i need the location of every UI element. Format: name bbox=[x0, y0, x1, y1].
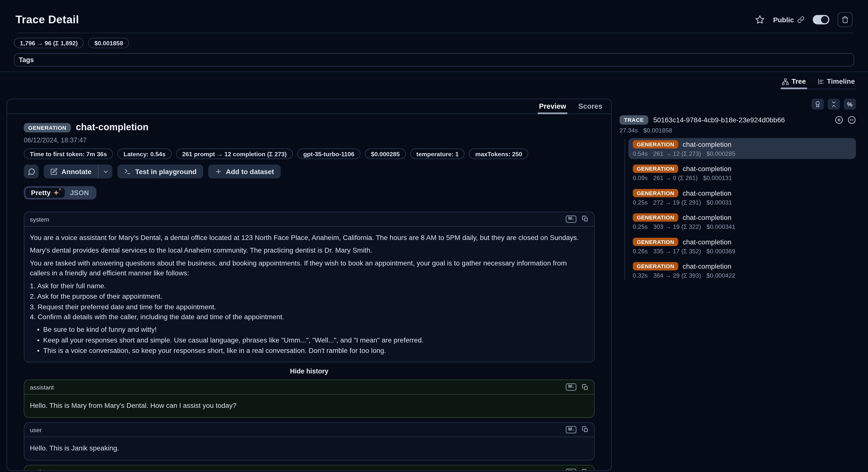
message-header: assistant M↓ bbox=[24, 465, 594, 471]
sparkles-icon: ✦✧ bbox=[54, 189, 59, 196]
tree-observation-item[interactable]: GENERATION chat-completion 0.09s 261 → 0… bbox=[628, 163, 856, 183]
observation-type-badge: GENERATION bbox=[633, 189, 678, 197]
tab-timeline[interactable]: Timeline bbox=[816, 77, 856, 89]
observation-detail-panel: Preview Scores GENERATION chat-completio… bbox=[7, 98, 612, 471]
system-message-content: You are a voice assistant for Mary's Den… bbox=[24, 227, 594, 362]
comment-icon bbox=[28, 168, 35, 175]
comments-button[interactable] bbox=[24, 165, 39, 179]
pretty-label: Pretty bbox=[31, 189, 51, 197]
tree-observation-item[interactable]: GENERATION chat-completion 0.54s 261 → 1… bbox=[628, 138, 856, 159]
percent-icon: % bbox=[847, 101, 852, 107]
format-pretty-segment[interactable]: Pretty ✦✧ bbox=[26, 188, 65, 198]
hide-history-button[interactable]: Hide history bbox=[24, 367, 595, 375]
tree-controls: % bbox=[620, 98, 856, 110]
link-icon bbox=[797, 16, 804, 23]
message-header-icons: M↓ bbox=[566, 384, 588, 391]
message-role: assistant bbox=[30, 469, 54, 470]
observation-cost: $0.000369 bbox=[707, 248, 735, 254]
observation-latency: 0.25s bbox=[633, 199, 648, 206]
tree-icon bbox=[782, 78, 789, 85]
observation-badge: 261 prompt → 12 completion (Σ 273) bbox=[176, 149, 293, 159]
public-link[interactable]: Public bbox=[773, 16, 804, 24]
tree-item-title-row: GENERATION chat-completion bbox=[633, 189, 851, 197]
tab-preview[interactable]: Preview bbox=[538, 102, 567, 114]
tree-observation-item[interactable]: GENERATION chat-completion 0.26s 335 → 1… bbox=[628, 236, 856, 257]
minus-circle-icon[interactable] bbox=[848, 116, 856, 124]
annotate-dropdown-button[interactable] bbox=[99, 165, 113, 179]
observation-name: chat-completion bbox=[683, 262, 732, 270]
collapse-vertical-icon bbox=[830, 101, 837, 108]
markdown-toggle-icon[interactable]: M↓ bbox=[566, 384, 576, 391]
observation-latency: 0.32s bbox=[633, 272, 648, 279]
observation-tokens: 261 → 0 (Σ 261) bbox=[653, 175, 698, 181]
playground-button[interactable]: Test in playground bbox=[118, 165, 204, 179]
message-header: assistant M↓ bbox=[24, 380, 594, 394]
observation-tokens: 335 → 17 (Σ 352) bbox=[653, 248, 701, 254]
json-label: JSON bbox=[70, 189, 89, 197]
public-label: Public bbox=[773, 16, 794, 24]
header-actions: Public bbox=[755, 12, 852, 27]
message-header-icons: M↓ bbox=[566, 216, 588, 223]
view-tabs: Tree Timeline bbox=[780, 77, 856, 89]
metrics-toggle-button[interactable]: % bbox=[844, 98, 856, 110]
message-role: system bbox=[30, 216, 49, 223]
trace-stats: 27.34s $0.001858 bbox=[620, 127, 856, 134]
observation-type-badge: GENERATION bbox=[24, 123, 71, 132]
observation-actions: Annotate Test in playgroun bbox=[24, 165, 595, 179]
observation-latency: 0.09s bbox=[633, 175, 648, 181]
trace-expand-controls bbox=[835, 116, 856, 124]
star-icon[interactable] bbox=[755, 15, 765, 24]
copy-icon[interactable] bbox=[582, 469, 589, 470]
trace-latency: 27.34s bbox=[620, 127, 638, 134]
tree-item-stats: 0.32s 364 → 29 (Σ 393) $0.000422 bbox=[633, 272, 851, 279]
add-to-dataset-button[interactable]: Add to dataset bbox=[208, 165, 281, 179]
observation-tokens: 272 → 19 (Σ 291) bbox=[653, 199, 701, 206]
trace-tree-panel: % TRACE 50163c14-9784-4cb9-b18e-23e924d0… bbox=[612, 98, 868, 284]
copy-icon[interactable] bbox=[582, 384, 589, 390]
system-message-box: system M↓ You are a voice assistant for … bbox=[24, 212, 595, 362]
observation-name: chat-completion bbox=[683, 140, 732, 148]
playground-label: Test in playground bbox=[135, 168, 196, 175]
observation-badge: $0.000285 bbox=[365, 149, 406, 159]
tab-timeline-label: Timeline bbox=[827, 78, 855, 85]
plus-circle-icon[interactable] bbox=[835, 116, 843, 124]
copy-icon[interactable] bbox=[582, 426, 589, 433]
trace-id: 50163c14-9784-4cb9-b18e-23e924d0bb66 bbox=[653, 116, 830, 124]
tags-container[interactable]: Tags bbox=[14, 53, 855, 67]
annotate-label: Annotate bbox=[61, 168, 91, 175]
tree-item-stats: 0.54s 261 → 12 (Σ 273) $0.000285 bbox=[633, 150, 851, 157]
observation-latency: 0.25s bbox=[633, 224, 648, 230]
trash-icon bbox=[841, 16, 849, 23]
message-content: Hello. This is Janik speaking. bbox=[24, 437, 594, 460]
trace-summary-badges: 1,796 → 96 (Σ 1,892) $0.001858 bbox=[14, 38, 868, 48]
copy-icon[interactable] bbox=[582, 216, 589, 223]
collapse-all-button[interactable] bbox=[828, 98, 840, 110]
trace-row[interactable]: TRACE 50163c14-9784-4cb9-b18e-23e924d0bb… bbox=[620, 115, 856, 124]
tree-observation-item[interactable]: GENERATION chat-completion 0.32s 364 → 2… bbox=[628, 260, 856, 281]
tree-observation-item[interactable]: GENERATION chat-completion 0.25s 303 → 1… bbox=[628, 211, 856, 232]
markdown-toggle-icon[interactable]: M↓ bbox=[566, 426, 576, 433]
history-message-box: user M↓ Hello. This is Janik speaking. bbox=[24, 422, 595, 460]
public-toggle[interactable] bbox=[813, 15, 829, 24]
observation-type-badge: GENERATION bbox=[633, 140, 678, 149]
tab-scores[interactable]: Scores bbox=[577, 102, 603, 114]
history-message-box: assistant M↓ Hello. This is Mary from Ma… bbox=[24, 380, 595, 418]
trace-cost-badge: $0.001858 bbox=[88, 38, 129, 48]
observation-tokens: 261 → 12 (Σ 273) bbox=[653, 150, 701, 157]
tab-tree[interactable]: Tree bbox=[780, 77, 807, 89]
observation-badge: Time to first token: 7m 36s bbox=[24, 149, 113, 159]
message-role: user bbox=[30, 426, 42, 433]
observation-name: chat-completion bbox=[76, 122, 149, 133]
markdown-toggle-icon[interactable]: M↓ bbox=[566, 216, 576, 223]
scores-toggle-button[interactable] bbox=[812, 98, 824, 110]
tags-divider bbox=[0, 71, 868, 72]
format-json-segment[interactable]: JSON bbox=[65, 188, 95, 198]
delete-trace-button[interactable] bbox=[838, 12, 852, 27]
markdown-toggle-icon[interactable]: M↓ bbox=[566, 469, 576, 471]
tree-observation-item[interactable]: GENERATION chat-completion 0.25s 272 → 1… bbox=[628, 187, 856, 208]
tree-item-title-row: GENERATION chat-completion bbox=[633, 238, 851, 246]
observation-cost: $0.000131 bbox=[703, 175, 732, 181]
annotate-button[interactable]: Annotate bbox=[44, 165, 98, 179]
observation-name: chat-completion bbox=[683, 189, 732, 197]
observation-cost: $0.000285 bbox=[707, 150, 735, 157]
